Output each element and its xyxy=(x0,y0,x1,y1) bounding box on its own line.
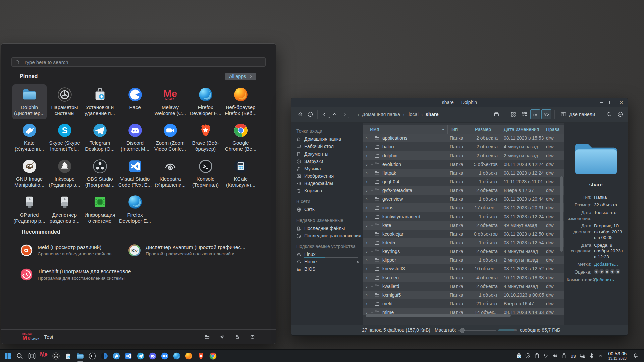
taskbar-telegram[interactable] xyxy=(136,352,145,360)
column-type[interactable]: Тип xyxy=(448,125,473,134)
minimize-button[interactable] xyxy=(600,102,603,103)
taskbar-search[interactable] xyxy=(15,352,24,360)
file-row-evolution[interactable]: ›evolutionПапка5 объектов08.11.2023 в 12… xyxy=(363,160,564,169)
expander-icon[interactable]: › xyxy=(366,205,370,210)
place-последние-файлы[interactable]: Последние файлы xyxy=(291,225,363,232)
titlebar[interactable]: share — Dolphin ✕ xyxy=(291,98,628,107)
app-konsole[interactable]: Konsole(Терминал) xyxy=(189,156,223,191)
close-button[interactable]: ✕ xyxy=(619,100,623,105)
create-new-button[interactable] xyxy=(492,109,502,119)
tray-expand-tray-icon[interactable] xyxy=(597,353,604,359)
file-row-baloo[interactable]: ›balooПапка2 объекта4 минуты назадdrw xyxy=(363,142,564,151)
app-system-info[interactable]: Информацияо системе xyxy=(83,192,117,227)
expander-icon[interactable]: › xyxy=(366,223,370,228)
place-видеофайлы[interactable]: Видеофайлы xyxy=(291,180,363,187)
app-vscode[interactable]: Visual StudioCode (Text E... xyxy=(118,156,152,191)
taskbar-chrome[interactable] xyxy=(209,352,217,360)
lock-screen-icon[interactable] xyxy=(234,334,240,340)
app-partition-manager[interactable]: Диспетчерразделов о... xyxy=(48,192,82,227)
app-kate[interactable]: Kate(Улучшенн... xyxy=(12,120,47,155)
place-корзина[interactable]: Корзина xyxy=(291,187,363,194)
place-home[interactable]: Home xyxy=(291,258,363,265)
app-skype[interactable]: SSkype (SkypeInternet Tel... xyxy=(48,120,82,155)
expander-icon[interactable]: › xyxy=(366,284,370,289)
place-bios[interactable]: BIOS xyxy=(291,265,363,273)
taskbar-dolphin[interactable] xyxy=(76,352,85,360)
overflow-menu-button[interactable] xyxy=(615,109,625,119)
expander-icon[interactable]: › xyxy=(366,301,370,306)
compact-view-button[interactable] xyxy=(519,109,529,119)
place-загрузки[interactable]: Загрузки xyxy=(291,158,363,165)
tray-volume-icon[interactable] xyxy=(552,353,558,359)
zoom-slider[interactable] xyxy=(458,330,496,331)
taskbar-melawy-launcher[interactable]: MeLAWY xyxy=(40,352,48,360)
file-row-kate[interactable]: ›kateПапка2 объекта49 минут назадdrw xyxy=(363,221,564,230)
taskbar-drop-down-terminal[interactable] xyxy=(100,352,109,360)
expander-icon[interactable]: › xyxy=(366,197,370,201)
app-dolphin[interactable]: Dolphin(Диспетчер... xyxy=(12,84,47,119)
file-row-knewstuff3[interactable]: ›knewstuff3Папка10 объек...08.11.2023 в … xyxy=(363,264,564,273)
star-icon[interactable]: ★ xyxy=(605,269,609,274)
taskbar-system-settings[interactable] xyxy=(52,352,60,360)
recommended-meld[interactable]: Meld (Просмотр различий)Сравнение и объе… xyxy=(20,242,128,259)
breadcrumb-home[interactable]: Домашняя папка xyxy=(362,112,400,117)
taskbar-vscode[interactable] xyxy=(124,352,133,360)
taskbar-firefox[interactable] xyxy=(184,352,193,360)
place-последние-расположения[interactable]: Последние расположения xyxy=(291,232,363,239)
settings-icon[interactable] xyxy=(219,334,225,340)
file-row-kscreen[interactable]: ›kscreenПапка4 объекта10.11.2023 в 18:38… xyxy=(363,273,564,282)
file-row-mime[interactable]: ›mimeПапка14 объек...08.11.2023 в 14:33d… xyxy=(363,308,564,315)
zoom-slider-thumb[interactable] xyxy=(460,328,465,333)
taskbar-konsole[interactable] xyxy=(88,352,97,360)
taskbar-virtual-desktops-pager[interactable] xyxy=(28,352,36,360)
expander-icon[interactable]: › xyxy=(366,258,370,262)
file-manager-icon[interactable] xyxy=(204,334,210,340)
recommended-timeshift[interactable]: Timeshift (Программа для восстановле...П… xyxy=(20,266,128,283)
app-kcalc[interactable]: KCalc(Калькулят... xyxy=(224,156,258,191)
star-icon[interactable]: ★ xyxy=(615,269,620,274)
file-row-gegl-0.4[interactable]: ›gegl-0.4Папка1 объект11.11.2023 в 11:01… xyxy=(363,177,564,186)
file-row-keyrings[interactable]: ›keyringsПапка2 объекта4 минуты назадdrw xyxy=(363,247,564,256)
tray-night-color-icon[interactable] xyxy=(543,353,549,359)
back-button[interactable] xyxy=(320,109,330,119)
place-изображения[interactable]: Изображения xyxy=(291,172,363,180)
app-chrome[interactable]: GoogleChrome (Ве... xyxy=(224,120,258,155)
clock[interactable]: 00:53:05 13.11.2023 xyxy=(608,351,627,361)
split-view-button[interactable]: Две панели xyxy=(558,111,598,117)
horizontal-scrollbar[interactable] xyxy=(366,314,511,317)
maximize-button[interactable] xyxy=(609,101,612,104)
expander-icon[interactable]: › xyxy=(366,188,370,193)
file-row-kcookiejar[interactable]: kcookiejarПапка0 объектов08.11.2023 в 12… xyxy=(363,230,564,238)
file-row-meld[interactable]: ›meldПапка21 объектВчера в 16:47drw xyxy=(363,299,564,308)
tray-removable-devices-icon[interactable] xyxy=(561,353,567,359)
app-firefox-dev[interactable]: FirefoxDeveloper E... xyxy=(118,192,152,227)
up-button[interactable] xyxy=(330,109,340,119)
app-install-remove[interactable]: Установка иудаление п... xyxy=(83,84,117,119)
taskbar-discover[interactable] xyxy=(64,352,72,360)
file-row-klipper[interactable]: ›klipperПапка1 объект2 минуты назадdrw xyxy=(363,256,564,264)
place-сеть[interactable]: Сеть xyxy=(291,206,363,213)
taskbar-discord[interactable] xyxy=(148,352,157,360)
details-view-button[interactable] xyxy=(530,109,540,119)
app-obs[interactable]: OBS Studio(Программ... xyxy=(83,156,117,191)
expander-icon[interactable]: › xyxy=(366,310,370,315)
find-button[interactable] xyxy=(604,109,614,119)
file-row-applications[interactable]: ›applicationsПапка2 объекта08.11.2023 в … xyxy=(363,134,564,142)
file-row-icons[interactable]: ›iconsПапка17 объек...08.11.2023 в 20:31… xyxy=(363,203,564,212)
star-icon[interactable]: ★ xyxy=(610,269,615,274)
expander-icon[interactable]: › xyxy=(366,240,370,245)
power-icon[interactable] xyxy=(250,334,255,340)
forward-button[interactable] xyxy=(340,109,350,119)
file-row-gwenview[interactable]: ›gwenviewПапка1 объект08.11.2023 в 20:44… xyxy=(363,195,564,203)
file-row-kwalletd[interactable]: ›kwalletdПапка2 объекта4 минуты назадdrw xyxy=(363,282,564,291)
file-row-gvfs-metadata[interactable]: ›gvfs-metadataПапка2 объектаВчера в 17:3… xyxy=(363,186,564,195)
tray-security-icon[interactable] xyxy=(525,353,531,359)
file-row-kactivitymanagerd[interactable]: ›kactivitymanagerdПапка1 объект08.11.202… xyxy=(363,212,564,221)
terminal-panel-button[interactable] xyxy=(305,109,315,119)
app-firefox[interactable]: Веб-браузерFirefox (Веб... xyxy=(224,84,258,119)
app-kleopatra[interactable]: Kleopatra(Управлени... xyxy=(153,156,187,191)
place-рабочий-стол[interactable]: Рабочий стол xyxy=(291,143,363,150)
file-row-kxmlgui5[interactable]: ›kxmlgui5Папка1 объект10.10.2023 в 00:05… xyxy=(363,291,564,299)
app-melawy-welcome[interactable]: MeLAWYMelawyWelcome (C... xyxy=(153,84,187,119)
expander-icon[interactable]: › xyxy=(366,144,370,149)
